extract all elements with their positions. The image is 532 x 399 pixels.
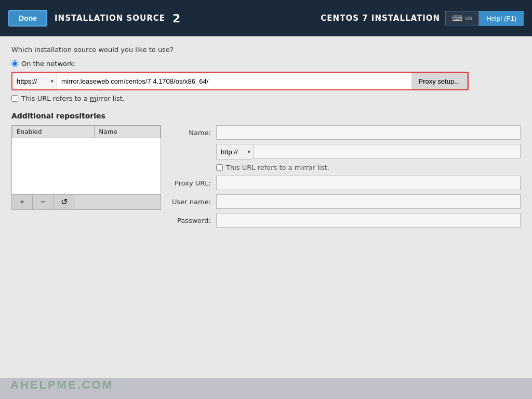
password-input[interactable] bbox=[216, 213, 521, 228]
form-mirror-label[interactable]: This URL refers to a mirror list. bbox=[226, 164, 329, 171]
network-radio-label[interactable]: On the network: bbox=[21, 60, 76, 68]
repos-container: Enabled Name + − ↺ Name: bbox=[11, 125, 521, 232]
remove-repo-button[interactable]: − bbox=[33, 195, 54, 209]
form-url-input[interactable] bbox=[253, 144, 521, 158]
keyboard-indicator[interactable]: ⌨ us bbox=[445, 11, 479, 25]
name-input[interactable] bbox=[216, 125, 521, 140]
proxy-setup-button[interactable]: Proxy setup... bbox=[411, 73, 468, 89]
header-left: Done INSTALLATION SOURCE 2 bbox=[8, 10, 180, 26]
password-row: Password: bbox=[169, 213, 521, 228]
mirror-label[interactable]: This URL refers to a mirror list. bbox=[21, 95, 125, 102]
user-name-row: User name: bbox=[169, 194, 521, 209]
keyboard-icon: ⌨ bbox=[452, 14, 462, 22]
repos-table: Enabled Name bbox=[12, 126, 161, 138]
password-label: Password: bbox=[169, 217, 216, 224]
repos-table-wrapper: Enabled Name bbox=[11, 125, 161, 195]
step-indicator: 2 bbox=[172, 12, 180, 25]
additional-repos-title: Additional repositories bbox=[11, 112, 521, 120]
form-mirror-checkbox[interactable] bbox=[216, 164, 223, 171]
done-button[interactable]: Done bbox=[8, 10, 47, 26]
mirror-row: This URL refers to a mirror list. bbox=[11, 95, 521, 102]
network-radio-row: On the network: bbox=[11, 60, 521, 68]
protocol-select[interactable]: https:// http:// ftp:// nfs:// bbox=[12, 73, 57, 89]
form-url-row: http:// https:// ftp:// nfs:// bbox=[169, 144, 521, 159]
keyboard-layout: us bbox=[465, 15, 472, 22]
proxy-url-row: Proxy URL: bbox=[169, 176, 521, 190]
question-text: Which installation source would you like… bbox=[11, 46, 521, 54]
repos-form-panel: Name: http:// https:// ftp:// nfs:// bbox=[169, 125, 521, 232]
user-name-label: User name: bbox=[169, 198, 216, 206]
header: Done INSTALLATION SOURCE 2 CENTOS 7 INST… bbox=[0, 0, 532, 36]
header-right: CENTOS 7 INSTALLATION ⌨ us Help! (F1) bbox=[321, 11, 524, 26]
repos-table-panel: Enabled Name + − ↺ bbox=[11, 125, 161, 232]
refresh-repo-button[interactable]: ↺ bbox=[54, 195, 75, 209]
proxy-url-label: Proxy URL: bbox=[169, 179, 216, 187]
url-row: https:// http:// ftp:// nfs:// mirror.le… bbox=[11, 72, 469, 90]
main-content: Which installation source would you like… bbox=[0, 36, 532, 378]
col-enabled: Enabled bbox=[12, 126, 95, 138]
user-name-input[interactable] bbox=[216, 194, 521, 209]
form-protocol-select[interactable]: http:// https:// ftp:// nfs:// bbox=[217, 144, 253, 159]
mirror-m: m bbox=[90, 95, 97, 102]
proxy-url-input[interactable] bbox=[216, 176, 521, 190]
form-url-inner: http:// https:// ftp:// nfs:// bbox=[216, 144, 521, 159]
page-title: INSTALLATION SOURCE bbox=[55, 14, 165, 23]
help-button[interactable]: Help! (F1) bbox=[479, 11, 524, 26]
form-protocol-wrapper: http:// https:// ftp:// nfs:// bbox=[216, 144, 253, 159]
form-mirror-row: This URL refers to a mirror list. bbox=[169, 164, 521, 171]
col-name: Name bbox=[95, 126, 161, 138]
repos-table-body bbox=[12, 138, 161, 194]
network-radio[interactable] bbox=[11, 60, 18, 67]
url-input[interactable]: mirror.leaseweb.com/centos/7.4.1708/os/x… bbox=[57, 73, 411, 89]
mirror-checkbox[interactable] bbox=[11, 95, 18, 102]
watermark: AHELPME.COM bbox=[10, 378, 113, 392]
name-label: Name: bbox=[169, 129, 216, 137]
protocol-wrapper: https:// http:// ftp:// nfs:// bbox=[12, 73, 57, 89]
centos-title: CENTOS 7 INSTALLATION bbox=[321, 14, 440, 23]
table-actions: + − ↺ bbox=[11, 195, 161, 210]
name-row: Name: bbox=[169, 125, 521, 140]
add-repo-button[interactable]: + bbox=[12, 195, 33, 209]
